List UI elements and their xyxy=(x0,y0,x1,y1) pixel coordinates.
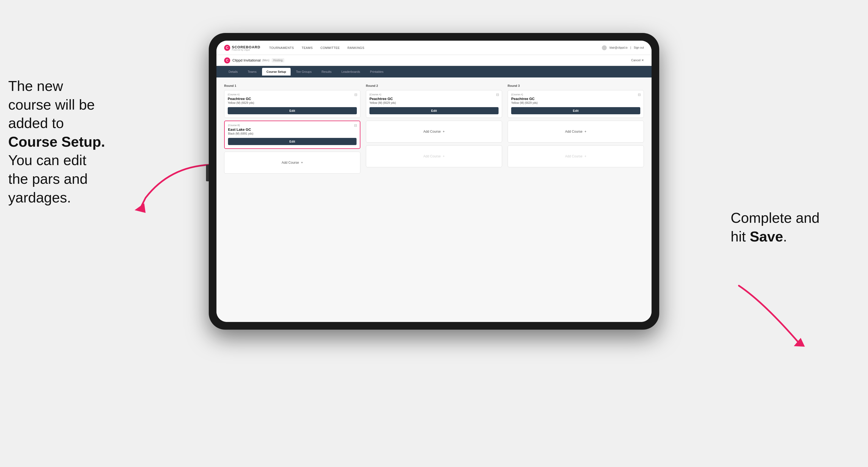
user-email: blair@clippd.io xyxy=(610,46,628,49)
course-card-a-r3: ⊟ (Course A) Peachtree GC Yellow (M) (66… xyxy=(507,90,644,118)
cancel-button[interactable]: Cancel ✕ xyxy=(631,59,644,62)
logo-text: SCOREBOARD xyxy=(232,45,260,49)
course-card-a-r2: ⊟ (Course A) Peachtree GC Yellow (M) (66… xyxy=(366,90,502,118)
course-a-r3-label: (Course A) xyxy=(511,93,640,96)
course-b-r1-tee: Black (M) (6891 yds) xyxy=(228,132,356,135)
tab-results[interactable]: Results xyxy=(317,68,336,75)
course-card-a-r1: ⊟ (Course A) Peachtree GC Yellow (M) (66… xyxy=(224,90,361,118)
tab-details[interactable]: Details xyxy=(224,68,242,75)
hosting-badge: Hosting xyxy=(272,58,284,62)
logo-sub: Powered by clippd xyxy=(232,49,260,51)
nav-links: TOURNAMENTS TEAMS COMMITTEE RANKINGS xyxy=(269,45,602,51)
add-course-r3[interactable]: Add Course + xyxy=(507,121,644,143)
edit-course-a-r2-button[interactable]: Edit xyxy=(369,107,499,114)
delete-course-a-r2[interactable]: ⊟ xyxy=(496,93,499,97)
course-b-r1-label: (Course B) xyxy=(228,124,356,127)
nav-committee[interactable]: COMMITTEE xyxy=(320,45,340,51)
tablet-side-button xyxy=(206,165,209,181)
nav-teams[interactable]: TEAMS xyxy=(302,45,313,51)
add-course-r2-text: Add Course + xyxy=(423,130,445,133)
tablet: C SCOREBOARD Powered by clippd TOURNAMEN… xyxy=(209,33,659,330)
tournament-name: Clippd Invitational xyxy=(232,58,261,62)
add-course-r3-disabled-text: Add Course + xyxy=(565,154,586,158)
tab-teams[interactable]: Teams xyxy=(243,68,261,75)
right-arrow xyxy=(722,280,816,352)
svg-marker-1 xyxy=(794,338,805,347)
delete-course-b-r1[interactable]: ⊟ xyxy=(354,123,357,127)
delete-course-a-r3[interactable]: ⊟ xyxy=(638,93,641,97)
right-annotation: Complete andhit Save. xyxy=(731,209,846,246)
tournament-gender: (Men) xyxy=(262,59,270,62)
tab-printables[interactable]: Printables xyxy=(366,68,388,75)
left-annotation: The new course will be added to Course S… xyxy=(8,77,167,207)
round-1-label: Round 1 xyxy=(224,84,361,87)
edit-course-b-r1-button[interactable]: Edit xyxy=(228,138,356,145)
round-2-column: Round 2 ⊟ (Course A) Peachtree GC Yellow… xyxy=(366,84,502,176)
course-a-r1-name: Peachtree GC xyxy=(228,97,357,101)
tab-tee-groups[interactable]: Tee Groups xyxy=(292,68,316,75)
course-a-r2-tee: Yellow (M) (6629 yds) xyxy=(369,101,499,104)
tournament-logo-icon: C xyxy=(224,57,230,63)
course-a-r3-name: Peachtree GC xyxy=(511,97,640,101)
round-3-label: Round 3 xyxy=(507,84,644,87)
add-course-r2-disabled: Add Course + xyxy=(366,145,502,167)
course-a-r1-label: (Course A) xyxy=(228,93,357,96)
main-content: Round 1 ⊟ (Course A) Peachtree GC Yellow… xyxy=(216,77,652,322)
edit-course-a-r1-button[interactable]: Edit xyxy=(228,107,357,114)
add-course-r2[interactable]: Add Course + xyxy=(366,121,502,143)
course-a-r1-tee: Yellow (M) (6629 yds) xyxy=(228,101,357,104)
add-course-r3-text: Add Course + xyxy=(565,130,586,133)
edit-course-a-r3-button[interactable]: Edit xyxy=(511,107,640,114)
course-a-r2-name: Peachtree GC xyxy=(369,97,499,101)
nav-tournaments[interactable]: TOURNAMENTS xyxy=(269,45,294,51)
course-b-r1-name: East Lake GC xyxy=(228,127,356,132)
course-a-r2-label: (Course A) xyxy=(369,93,499,96)
sub-header: C Clippd Invitational (Men) Hosting Canc… xyxy=(216,55,652,66)
add-course-r1-text: Add Course + xyxy=(282,161,303,164)
course-a-r3-tee: Yellow (M) (6629 yds) xyxy=(511,101,640,104)
round-2-label: Round 2 xyxy=(366,84,502,87)
course-card-b-r1: ⊟ (Course B) East Lake GC Black (M) (689… xyxy=(224,121,361,149)
tablet-screen: C SCOREBOARD Powered by clippd TOURNAMEN… xyxy=(216,41,652,322)
rounds-grid: Round 1 ⊟ (Course A) Peachtree GC Yellow… xyxy=(224,84,644,176)
tab-course-setup[interactable]: Course Setup xyxy=(262,68,290,75)
nav-rankings[interactable]: RANKINGS xyxy=(347,45,364,51)
tabs-bar: Details Teams Course Setup Tee Groups Re… xyxy=(216,66,652,77)
pipe-divider: | xyxy=(630,46,631,49)
delete-course-a-r1[interactable]: ⊟ xyxy=(354,93,358,97)
user-avatar xyxy=(602,45,607,50)
add-course-r3-disabled: Add Course + xyxy=(507,145,644,167)
round-1-column: Round 1 ⊟ (Course A) Peachtree GC Yellow… xyxy=(224,84,361,176)
tab-leaderboards[interactable]: Leaderboards xyxy=(337,68,365,75)
nav-logo: C SCOREBOARD Powered by clippd xyxy=(224,44,260,51)
add-course-r1[interactable]: Add Course + xyxy=(224,152,361,174)
sign-out-link[interactable]: Sign out xyxy=(634,46,644,49)
top-nav: C SCOREBOARD Powered by clippd TOURNAMEN… xyxy=(216,41,652,55)
round-3-column: Round 3 ⊟ (Course A) Peachtree GC Yellow… xyxy=(507,84,644,176)
nav-right: blair@clippd.io | Sign out xyxy=(602,45,644,50)
logo-c-icon: C xyxy=(224,45,230,51)
add-course-r2-disabled-text: Add Course + xyxy=(423,154,445,158)
